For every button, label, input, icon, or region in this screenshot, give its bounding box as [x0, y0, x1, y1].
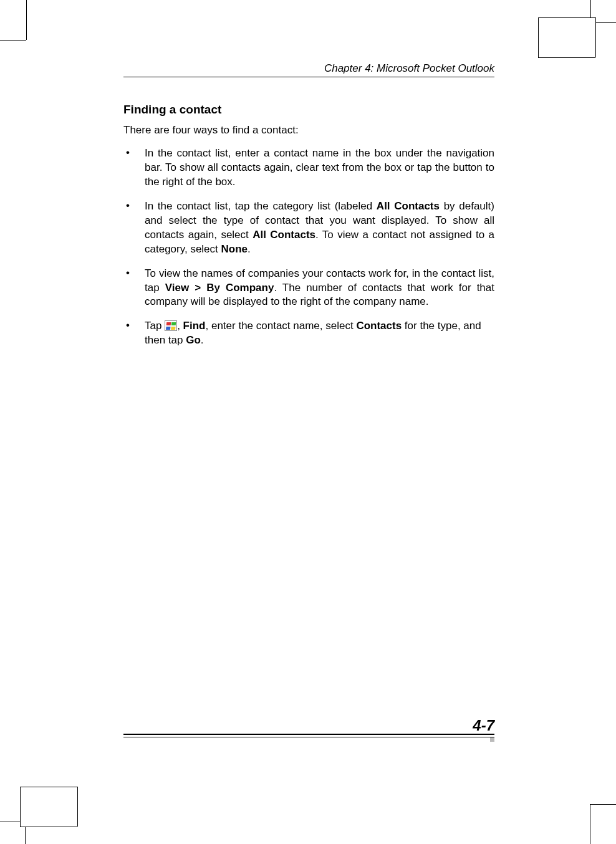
bold-text: Find — [183, 320, 206, 332]
crop-mark — [0, 40, 26, 41]
bullet-icon: • — [123, 146, 145, 189]
intro-text: There are four ways to find a contact: — [123, 124, 494, 137]
text: In the contact list, tap the category li… — [145, 200, 377, 212]
bold-text: None — [221, 243, 248, 255]
text: , — [177, 320, 183, 332]
bullet-text: Tap , Find, enter the contact name, sele… — [145, 319, 494, 348]
bullet-icon: • — [123, 199, 145, 257]
section-heading: Finding a contact — [123, 103, 494, 117]
crop-mark — [0, 822, 20, 822]
bold-text: Go — [186, 334, 201, 346]
bold-text: View — [165, 282, 189, 294]
page-number: 4-7 — [123, 717, 494, 734]
list-item: • In the contact list, tap the category … — [123, 199, 494, 257]
bold-text: All Contacts — [253, 229, 315, 241]
bold-text: All Contacts — [377, 200, 440, 212]
crop-mark — [77, 787, 78, 827]
crop-mark — [590, 0, 591, 17]
crop-mark — [20, 787, 77, 787]
text: In the contact list, enter a contact nam… — [145, 147, 494, 188]
crop-mark — [595, 17, 596, 57]
text: . — [248, 243, 251, 255]
text: , enter the contact name, select — [205, 320, 356, 332]
footer-ornament — [490, 737, 494, 742]
crop-mark — [590, 804, 590, 844]
list-item: • In the contact list, enter a contact n… — [123, 146, 494, 189]
windows-start-icon — [165, 320, 177, 331]
crop-mark — [20, 827, 77, 827]
bold-text: > — [189, 282, 206, 294]
crop-mark — [590, 804, 616, 805]
bold-text: Contacts — [356, 320, 402, 332]
text: Tap — [145, 320, 165, 332]
crop-mark — [538, 17, 595, 18]
running-header: Chapter 4: Microsoft Pocket Outlook — [123, 62, 494, 75]
bullet-text: In the contact list, enter a contact nam… — [145, 146, 494, 189]
bullet-text: In the contact list, tap the category li… — [145, 199, 494, 257]
list-item: • To view the names of companies your co… — [123, 267, 494, 310]
crop-mark — [538, 17, 539, 57]
content-area: Finding a contact There are four ways to… — [123, 103, 494, 358]
list-item: • Tap , Find, enter the contact name, se… — [123, 319, 494, 348]
footer-rule — [123, 734, 494, 735]
crop-mark — [25, 827, 26, 844]
header-rule — [123, 77, 494, 77]
crop-mark — [538, 57, 595, 58]
crop-mark — [26, 0, 27, 40]
footer-rule — [123, 737, 494, 737]
bullet-icon: • — [123, 319, 145, 348]
bold-text: By Company — [206, 282, 274, 294]
bullet-icon: • — [123, 267, 145, 310]
crop-mark — [595, 22, 616, 23]
bullet-text: To view the names of companies your cont… — [145, 267, 494, 310]
text: . — [201, 334, 204, 346]
crop-mark — [20, 787, 21, 827]
